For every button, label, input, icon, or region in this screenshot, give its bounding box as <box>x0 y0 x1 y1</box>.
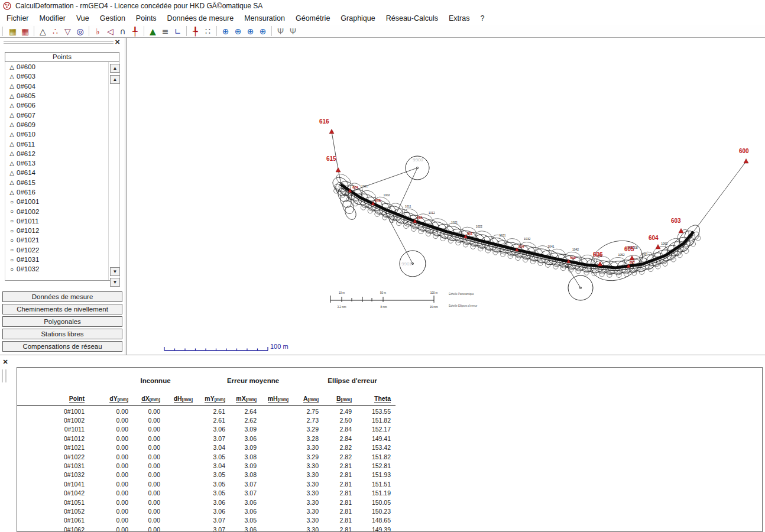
menu-item-g-om-trie[interactable]: Géométrie <box>290 13 335 24</box>
panel-divider[interactable] <box>125 38 125 355</box>
nav-button-stations-libres[interactable]: Stations libres <box>2 329 122 339</box>
list-item-point[interactable]: ○0#1021 <box>5 235 119 245</box>
nav-button-compensations-de-r-seau[interactable]: Compensations de réseau <box>2 341 122 352</box>
points-panel-title[interactable]: Points <box>5 52 119 62</box>
table-row[interactable]: 0#10210.000.003.043.093.302.82153.42 <box>20 443 391 452</box>
list-item-point[interactable]: △0#605 <box>5 91 119 100</box>
network-report-icon[interactable]: ⊕ <box>257 25 269 37</box>
results-panel: ✕ InconnueErreur moyenneEllipse d'erreur… <box>0 355 765 532</box>
circle-point-icon: ○ <box>7 218 17 224</box>
menu-item-graphique[interactable]: Graphique <box>335 13 380 24</box>
axes-icon[interactable]: ∟ <box>171 25 184 37</box>
control-point-label: 604 <box>649 235 659 241</box>
control-point-marker <box>630 256 634 261</box>
results-close-icon[interactable]: ✕ <box>2 358 9 365</box>
list-item-point[interactable]: △0#613 <box>5 158 119 168</box>
polyline-points-icon[interactable]: ╀ <box>129 25 141 37</box>
menu-item-vue[interactable]: Vue <box>71 13 95 24</box>
table-row[interactable]: 0#10120.000.003.073.063.282.84149.41 <box>20 434 391 443</box>
list-item-point[interactable]: ○0#1031 <box>5 255 119 264</box>
arc-icon[interactable]: ∩ <box>116 25 129 37</box>
menu-item-mensuration[interactable]: Mensuration <box>239 13 290 24</box>
list-item-point[interactable]: △0#607 <box>5 110 119 119</box>
table-cell: 0.00 <box>128 408 160 415</box>
prism-icon[interactable]: ▽ <box>61 25 74 37</box>
list-item-point[interactable]: △0#615 <box>5 178 119 187</box>
list-item-point[interactable]: △0#609 <box>5 120 119 129</box>
list-item-point[interactable]: △0#612 <box>5 149 119 158</box>
table-cell: 3.07 <box>193 526 225 532</box>
menu-item-donn-es-de-mesure[interactable]: Données de mesure <box>162 13 239 24</box>
layers-icon[interactable]: ≡ <box>159 25 171 37</box>
terrain-icon[interactable]: ▲ <box>147 25 159 37</box>
station-points-icon[interactable]: ∴ <box>49 25 61 37</box>
table-row[interactable]: 0#10110.000.003.063.093.292.84152.17 <box>20 425 391 434</box>
list-item-point[interactable]: △0#606 <box>5 100 119 110</box>
table-row[interactable]: 0#10510.000.003.063.063.302.81150.05 <box>20 498 391 507</box>
table-row[interactable]: 0#10310.000.003.043.093.302.81152.81 <box>20 461 391 470</box>
scroll-down-button[interactable]: ▼ <box>110 267 120 276</box>
list-item-point[interactable]: △0#616 <box>5 187 119 197</box>
scroll-to-top-button[interactable]: ▲ <box>110 64 120 73</box>
list-item-point[interactable]: △0#614 <box>5 168 119 177</box>
circle-target-icon[interactable]: ◎ <box>74 25 86 37</box>
table-row[interactable]: 0#10220.000.003.053.083.292.82151.82 <box>20 452 391 461</box>
table-cell: 0.00 <box>85 481 128 488</box>
angle-icon[interactable]: ◁ <box>104 25 116 37</box>
panel-close-icon[interactable]: ✕ <box>114 38 121 46</box>
table-row[interactable]: 0#10410.000.003.053.073.302.81151.51 <box>20 479 391 488</box>
list-item-point[interactable]: ○0#1001 <box>5 197 119 206</box>
table-row[interactable]: 0#10020.000.002.612.622.732.50151.82 <box>20 416 391 424</box>
nav-button-donn-es-de-mesure[interactable]: Données de mesure <box>2 291 122 302</box>
menu-item-points[interactable]: Points <box>131 13 162 24</box>
results-grip[interactable] <box>2 369 7 382</box>
panel-grip[interactable] <box>4 41 114 44</box>
graphics-view[interactable]: 9900990199031001100210111012102110221031… <box>127 38 765 355</box>
menu-item-r-seau-calculs[interactable]: Réseau-Calculs <box>381 13 443 24</box>
list-item-point[interactable]: △0#610 <box>5 129 119 139</box>
measured-points-icon[interactable]: ∷ <box>202 25 214 37</box>
table-cell: 153.55 <box>352 408 391 415</box>
adjustment-free-icon[interactable]: Ψ <box>287 25 299 37</box>
table-cell: 0.00 <box>128 417 160 424</box>
list-item-point[interactable]: ○0#1011 <box>5 216 119 226</box>
points-list: △0#600△0#603△0#604△0#605△0#606△0#607△0#6… <box>5 62 119 281</box>
scroll-to-bottom-button[interactable]: ▼ <box>110 278 120 287</box>
table-row[interactable]: 0#10320.000.003.053.083.302.81151.93 <box>20 471 391 479</box>
table-row[interactable]: 0#10010.000.002.612.642.752.49153.55 <box>20 407 391 416</box>
list-item-point[interactable]: ○0#1032 <box>5 264 119 274</box>
menu-item-fichier[interactable]: Fichier <box>1 13 34 24</box>
nav-button-polygonales[interactable]: Polygonales <box>2 316 122 327</box>
scroll-up-button[interactable]: ▲ <box>110 75 120 84</box>
chain-fixed-label: 609 <box>570 256 576 259</box>
data-table-export-icon[interactable]: ▦ <box>7 25 19 37</box>
point-id-label: 0#1032 <box>17 265 39 273</box>
column-header: dX[mm] <box>128 395 160 402</box>
table-row[interactable]: 0#10520.000.003.063.063.302.81150.23 <box>20 507 391 515</box>
tripod-station-icon[interactable]: △ <box>37 25 49 37</box>
table-row[interactable]: 0#10620.000.003.073.063.302.81149.39 <box>20 525 391 532</box>
table-cell: 0#1032 <box>20 471 85 478</box>
data-table-import-icon[interactable]: ▦ <box>19 25 31 37</box>
menu-item-gestion[interactable]: Gestion <box>95 13 131 24</box>
toolbar-grip[interactable] <box>2 27 5 36</box>
menu-item-extras[interactable]: Extras <box>443 13 475 24</box>
list-item-point[interactable]: ○0#1012 <box>5 226 119 235</box>
list-item-point[interactable]: ○0#1002 <box>5 206 119 216</box>
nav-button-cheminements-de-nivellement[interactable]: Cheminements de nivellement <box>2 304 122 314</box>
list-item-point[interactable]: △0#611 <box>5 139 119 148</box>
list-item-point[interactable]: △0#600 <box>5 62 119 72</box>
table-row[interactable]: 0#10610.000.003.073.053.302.81148.65 <box>20 516 391 525</box>
table-row[interactable]: 0#10420.000.003.053.073.302.81151.19 <box>20 489 391 498</box>
list-item-point[interactable]: △0#603 <box>5 72 119 81</box>
list-item-point[interactable]: ○0#1022 <box>5 245 119 255</box>
menu-item-modifier[interactable]: Modifier <box>34 13 71 24</box>
network-globe-icon[interactable]: ⊕ <box>219 25 232 37</box>
network-edit-icon[interactable]: ⊕ <box>232 25 244 37</box>
profile-icon[interactable]: ╄ <box>189 25 202 37</box>
plumb-icon[interactable]: ♭ <box>92 25 104 37</box>
menu-item-?[interactable]: ? <box>475 13 490 24</box>
network-compute-icon[interactable]: ⊕ <box>244 25 257 37</box>
adjustment-icon[interactable]: Ψ <box>274 25 287 37</box>
list-item-point[interactable]: △0#604 <box>5 82 119 91</box>
